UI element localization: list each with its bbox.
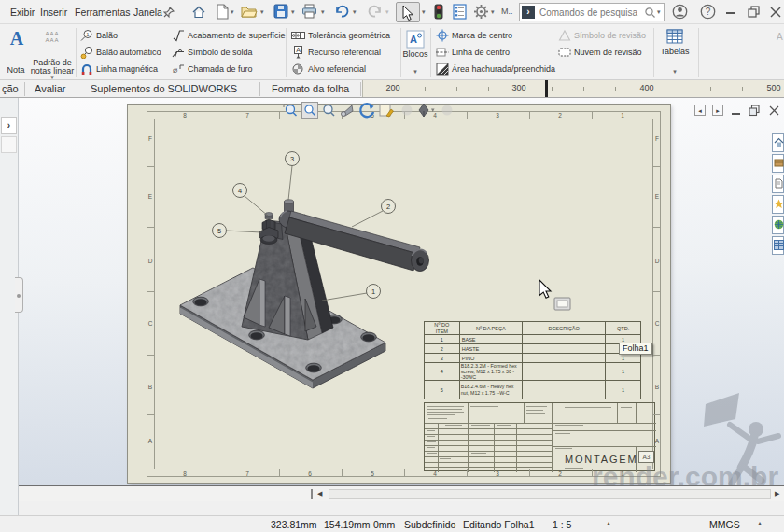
- minimize-button[interactable]: [726, 12, 735, 14]
- gear-icon[interactable]: [473, 4, 489, 20]
- new-document-icon[interactable]: [216, 4, 230, 20]
- pin-icon[interactable]: [162, 6, 175, 19]
- help-icon[interactable]: ?: [700, 4, 716, 20]
- tab-anotacao[interactable]: ção: [2, 83, 19, 94]
- sheet-tab-scroll-strip: ◀ ▶: [19, 487, 784, 501]
- bom-row[interactable]: 3 PINO 1: [425, 354, 640, 363]
- panel-collapse-handle[interactable]: [15, 277, 23, 313]
- doc-minimize-button[interactable]: [732, 113, 740, 115]
- nota-button[interactable]: A Nota: [2, 24, 30, 78]
- panel-tab[interactable]: [1, 136, 17, 153]
- undo-dropdown[interactable]: ▾: [353, 8, 357, 16]
- status-units-caret[interactable]: ▴: [758, 519, 762, 527]
- nuvem-revisao-button[interactable]: Nuvem de revisão: [558, 46, 651, 59]
- status-units[interactable]: MMGS: [709, 519, 740, 530]
- padrao-notas-button[interactable]: AAAAAA Padrão de notas linear ▾: [31, 24, 74, 78]
- new-document-dropdown[interactable]: ▾: [231, 8, 234, 16]
- status-scale[interactable]: 1 : 5: [553, 519, 571, 530]
- mouse-cursor: [539, 279, 576, 316]
- view-orientation-icon[interactable]: [357, 102, 376, 119]
- save-icon[interactable]: [273, 4, 288, 19]
- search-box[interactable]: › Comandos de pesquisa ▾: [519, 3, 665, 21]
- recurso-referencial-button[interactable]: A Recurso referencial: [291, 46, 399, 59]
- h-scrollbar-track[interactable]: [329, 489, 771, 499]
- close-button[interactable]: [769, 6, 782, 19]
- task-pane-file-explorer-tab[interactable]: [772, 175, 784, 193]
- print-icon[interactable]: [301, 4, 317, 19]
- simbolo-solda-button[interactable]: Símbolo de solda: [172, 46, 282, 59]
- tabelas-button[interactable]: Tabelas ▾: [656, 24, 693, 78]
- task-list-icon[interactable]: [453, 4, 468, 20]
- alvo-referencial-button[interactable]: Alvo referencial: [291, 63, 399, 76]
- balao-button[interactable]: 1 Balão: [80, 29, 181, 42]
- centerline-icon: [436, 46, 449, 59]
- search-dropdown[interactable]: ▾: [657, 8, 661, 16]
- tolerancia-button[interactable]: Tolerância geométrica: [291, 29, 399, 42]
- linha-centro-button[interactable]: Linha de centro: [436, 46, 553, 59]
- section-view-icon[interactable]: [340, 103, 356, 118]
- gear-dropdown[interactable]: ▾: [491, 8, 495, 16]
- open-dropdown[interactable]: ▾: [260, 8, 264, 16]
- print-dropdown[interactable]: ▾: [321, 8, 325, 16]
- scroll-left-arrow[interactable]: ◀: [317, 490, 322, 497]
- edit-appearance-icon[interactable]: [417, 103, 430, 118]
- bom-table[interactable]: Nº DO ITEM Nº DA PEÇA DESCRIÇÃO QTD. 1 B…: [424, 321, 641, 399]
- display-style-icon[interactable]: [379, 103, 395, 118]
- bom-row[interactable]: 2 HASTE 1: [425, 344, 640, 354]
- doc-restore-button[interactable]: [749, 105, 761, 117]
- doc-next-button[interactable]: ▸: [712, 105, 723, 116]
- traffic-light-icon[interactable]: [433, 4, 444, 20]
- tab-suplementos[interactable]: Suplementos do SOLIDWORKS: [91, 83, 237, 94]
- zoom-fit-icon[interactable]: [283, 103, 299, 118]
- task-pane-design-library-tab[interactable]: [772, 154, 784, 173]
- home-icon[interactable]: [191, 5, 206, 20]
- task-pane-home-tab[interactable]: [772, 133, 784, 152]
- bom-row[interactable]: 1 BASE 1: [425, 335, 640, 344]
- bom-row[interactable]: 5 B18.2.4.6M - Heavy hex nut, M12 x 1.75…: [425, 381, 640, 399]
- restore-button[interactable]: [748, 6, 761, 19]
- select-tool-button[interactable]: [396, 2, 420, 22]
- heads-up-dropdown[interactable]: ▾: [431, 106, 435, 114]
- heads-up-toolbar[interactable]: ▾: [283, 102, 469, 120]
- task-pane-custom-properties-tab[interactable]: [772, 236, 784, 255]
- status-scale-caret[interactable]: ▴: [607, 519, 610, 527]
- surface-finish-icon: [172, 29, 185, 42]
- doc-prev-button[interactable]: ◂: [694, 105, 706, 116]
- feature-manager-panel: ›: [0, 98, 19, 515]
- zoom-icon[interactable]: [321, 103, 337, 118]
- marca-centro-button[interactable]: Marca de centro: [436, 29, 553, 42]
- task-pane-view-palette-tab[interactable]: [772, 195, 784, 214]
- svg-text:⌀: ⌀: [173, 65, 178, 75]
- nut-and-screw: [260, 213, 279, 245]
- menu-exibir[interactable]: Exibir: [7, 0, 38, 24]
- menu-ferramentas[interactable]: Ferramentas: [71, 0, 134, 24]
- doc-close-button[interactable]: [768, 105, 780, 117]
- menu-inserir[interactable]: Inserir: [36, 0, 71, 24]
- linha-magnetica-button[interactable]: Linha magnética: [80, 63, 181, 76]
- menu-janela[interactable]: Janela: [130, 0, 166, 24]
- area-hachurada-button[interactable]: Área hachurada/preenchida: [436, 63, 553, 76]
- bom-row[interactable]: 4 B18.2.3.2M - Formed hex screw, M12 x 1…: [425, 363, 640, 381]
- panel-expand-button[interactable]: ›: [1, 117, 17, 134]
- user-account-icon[interactable]: [672, 4, 688, 20]
- tab-formato-folha[interactable]: Formato da folha: [272, 83, 349, 94]
- open-icon[interactable]: [241, 5, 258, 19]
- svg-text:A: A: [296, 47, 301, 53]
- undo-icon[interactable]: [334, 4, 350, 19]
- chamada-furo-button[interactable]: ⌀ Chamada de furo: [172, 63, 282, 76]
- more-label[interactable]: M..: [501, 7, 513, 16]
- drawing-sheet[interactable]: 8 7 6 5 4 3 2 1 8 7 6 5 4 3 2 1 F E D C …: [128, 105, 670, 483]
- zoom-area-icon[interactable]: [301, 102, 318, 119]
- bom-header-part: Nº DA PEÇA: [460, 322, 523, 334]
- save-dropdown[interactable]: ▾: [291, 8, 295, 16]
- graphics-area[interactable]: 8 7 6 5 4 3 2 1 8 7 6 5 4 3 2 1 F E D C …: [19, 98, 784, 486]
- tab-avaliar[interactable]: Avaliar: [35, 83, 65, 94]
- redo-dropdown[interactable]: ▾: [385, 8, 389, 16]
- scroll-right-arrow[interactable]: ▶: [775, 490, 779, 497]
- search-icon[interactable]: [644, 7, 656, 19]
- select-tool-dropdown[interactable]: ▾: [422, 8, 426, 16]
- task-pane-appearances-tab[interactable]: [772, 216, 784, 234]
- acabamento-button[interactable]: Acabamento de superfície: [172, 29, 282, 42]
- balao-automatico-button[interactable]: Balão automático: [80, 46, 181, 59]
- blocos-button[interactable]: A Blocos ▾: [402, 24, 428, 78]
